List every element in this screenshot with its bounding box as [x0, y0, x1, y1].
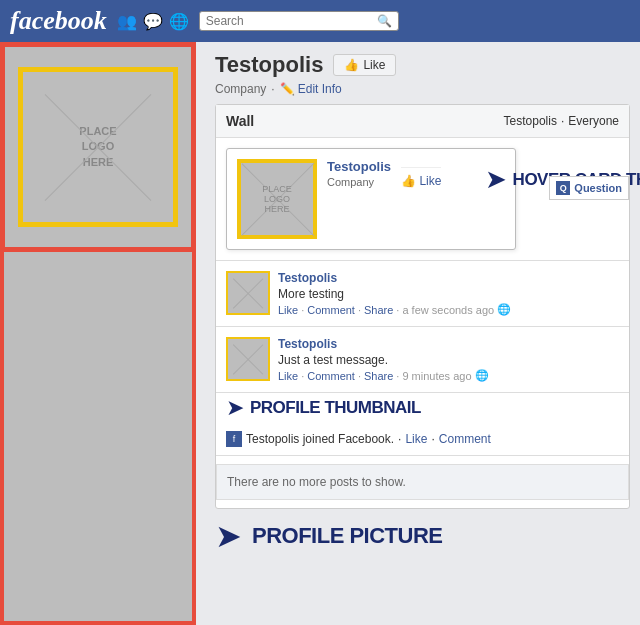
hover-card-info: Testopolis Company: [327, 159, 391, 239]
page-meta: Company · ✏️ Edit Info: [215, 82, 630, 96]
profile-picture-inner: PLACELOGOHERE: [18, 67, 178, 227]
post-share-1[interactable]: Share: [364, 304, 393, 316]
post-time-2: 9 minutes ago: [402, 370, 471, 382]
search-bar: 🔍: [199, 11, 399, 31]
profile-picture-box: PLACELOGOHERE: [0, 42, 196, 252]
post-author-1[interactable]: Testopolis: [278, 271, 619, 285]
wall-title: Wall: [226, 113, 254, 129]
post-content-2: Testopolis Just a test message. Like · C…: [278, 337, 619, 382]
left-sidebar: PLACELOGOHERE: [0, 42, 200, 625]
join-notice: f Testopolis joined Facebook. · Like · C…: [216, 423, 629, 456]
post-actions-1: Like · Comment · Share · a few seconds a…: [278, 303, 619, 316]
join-text: Testopolis joined Facebook.: [246, 432, 394, 446]
hover-card-thumb-inner: PLACELOGOHERE: [250, 172, 305, 227]
hover-card-arrow-icon: ➤: [485, 164, 507, 195]
friends-icon[interactable]: 👥: [117, 12, 137, 31]
join-like[interactable]: Like: [405, 432, 427, 446]
hover-card-name[interactable]: Testopolis: [327, 159, 391, 174]
hover-card: PLACELOGOHERE Testopolis Company ➤ HOVER…: [226, 148, 516, 250]
page-type: Company: [215, 82, 266, 96]
post-time-1: a few seconds ago: [402, 304, 494, 316]
post-item-1: Testopolis More testing Like · Comment ·…: [216, 261, 629, 327]
header-icons: 👥 💬 🌐: [117, 12, 189, 31]
join-comment[interactable]: Comment: [439, 432, 491, 446]
globe-icon-1: 🌐: [497, 303, 511, 316]
wall-header: Wall Testopolis · Everyone: [216, 105, 629, 138]
like-button[interactable]: 👍 Like: [333, 54, 396, 76]
post-like-2[interactable]: Like: [278, 370, 298, 382]
post-comment-2[interactable]: Comment: [307, 370, 355, 382]
wall-filter-separator: ·: [561, 114, 564, 128]
sidebar-bottom-area: [0, 252, 196, 625]
hover-thumbs-icon: 👍: [401, 174, 416, 188]
post-like-1[interactable]: Like: [278, 304, 298, 316]
globe-icon-2: 🌐: [475, 369, 489, 382]
main-layout: PLACELOGOHERE Testopolis 👍 Like Company …: [0, 42, 640, 625]
edit-info-label: Edit Info: [298, 82, 342, 96]
question-box[interactable]: Q Question: [549, 176, 629, 200]
search-button[interactable]: 🔍: [377, 14, 392, 28]
post-content-1: Testopolis More testing Like · Comment ·…: [278, 271, 619, 316]
hover-like-label[interactable]: Like: [419, 174, 441, 188]
profile-thumbnail-annotation: ➤ PROFILE THUMBNAIL: [216, 393, 629, 423]
page-title: Testopolis: [215, 52, 323, 78]
hover-card-type: Company: [327, 176, 391, 188]
wall-section: Wall Testopolis · Everyone PLACELOGOHERE: [215, 104, 630, 509]
wall-filter-page: Testopolis: [504, 114, 557, 128]
post-thumb-inner-2: [233, 344, 263, 374]
content-area: Testopolis 👍 Like Company · ✏️ Edit Info…: [200, 42, 640, 625]
question-icon: Q: [556, 181, 570, 195]
thumbs-up-icon: 👍: [344, 58, 359, 72]
post-thumbnail-2: [226, 337, 270, 381]
hover-card-actions: 👍 Like: [401, 167, 441, 239]
post-text-1: More testing: [278, 287, 619, 301]
like-label: Like: [363, 58, 385, 72]
post-item-2-wrapper: Testopolis Just a test message. Like · C…: [216, 327, 629, 423]
notifications-icon[interactable]: 🌐: [169, 12, 189, 31]
messages-icon[interactable]: 💬: [143, 12, 163, 31]
wall-filter: Testopolis · Everyone: [504, 114, 619, 128]
hover-card-thumbnail: PLACELOGOHERE: [237, 159, 317, 239]
post-actions-2: Like · Comment · Share · 9 minutes ago 🌐: [278, 369, 619, 382]
no-more-posts: There are no more posts to show.: [216, 464, 629, 500]
edit-info-link[interactable]: ✏️ Edit Info: [280, 82, 342, 96]
post-thumb-inner-1: [233, 278, 263, 308]
post-author-2[interactable]: Testopolis: [278, 337, 619, 351]
post-thumbnail-1: [226, 271, 270, 315]
search-input[interactable]: [206, 14, 377, 28]
hover-card-post: PLACELOGOHERE Testopolis Company ➤ HOVER…: [216, 138, 629, 261]
profile-thumbnail-label: PROFILE THUMBNAIL: [250, 398, 421, 418]
wall-filter-everyone[interactable]: Everyone: [568, 114, 619, 128]
profile-picture-annotation: ➤ PROFILE PICTURE: [215, 517, 630, 555]
post-comment-1[interactable]: Comment: [307, 304, 355, 316]
post-share-2[interactable]: Share: [364, 370, 393, 382]
facebook-join-icon: f: [226, 431, 242, 447]
pencil-icon: ✏️: [280, 82, 295, 96]
profile-thumbnail-arrow-icon: ➤: [226, 395, 244, 421]
profile-picture-arrow-icon: ➤: [215, 517, 242, 555]
post-text-2: Just a test message.: [278, 353, 619, 367]
question-label: Question: [574, 182, 622, 194]
facebook-logo: facebook: [10, 6, 107, 36]
profile-picture-label: PROFILE PICTURE: [252, 523, 443, 549]
meta-separator: ·: [271, 82, 274, 96]
page-header: Testopolis 👍 Like: [215, 52, 630, 78]
post-item-2: Testopolis Just a test message. Like · C…: [216, 327, 629, 393]
header: facebook 👥 💬 🌐 🔍: [0, 0, 640, 42]
